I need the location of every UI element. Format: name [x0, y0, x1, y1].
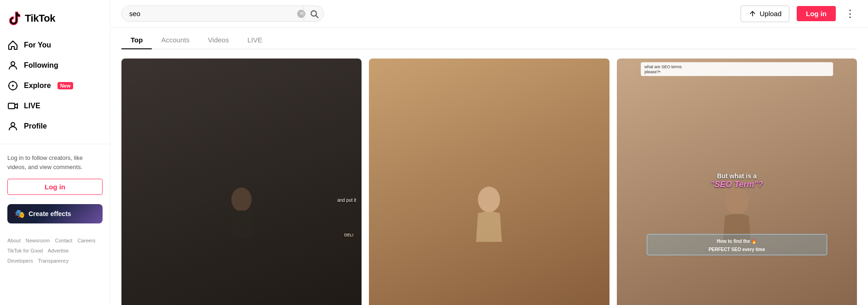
sidebar-item-profile[interactable]: Profile	[0, 116, 110, 136]
upload-label: Upload	[759, 10, 782, 18]
search-container: ✕	[121, 6, 324, 22]
video-thumbnail-3: what are SEO termsplease?• But what is a…	[617, 59, 857, 305]
footer-link-developers[interactable]: Developers	[7, 258, 33, 264]
tab-accounts[interactable]: Accounts	[152, 31, 199, 49]
video-thumbnail-1: and put it DELI 2022-10-8	[121, 59, 362, 305]
svg-line-6	[316, 15, 318, 18]
create-effects-label: Create effects	[29, 210, 71, 217]
effects-icon: 🎭	[15, 209, 25, 219]
footer-link-advertise[interactable]: Advertise	[48, 248, 69, 253]
footer-link-transparency[interactable]: Transparency	[38, 258, 69, 264]
sidebar-item-following[interactable]: Following	[0, 55, 110, 76]
svg-point-4	[11, 123, 15, 126]
svg-point-11	[478, 187, 500, 212]
person-silhouette-2	[471, 187, 507, 251]
svg-rect-3	[8, 103, 15, 109]
video-card-2[interactable]: - SEO - Advice for Beginners SEO Advice …	[369, 59, 609, 305]
svg-point-0	[11, 62, 15, 65]
search-input[interactable]	[121, 6, 324, 22]
search-results-content: Top Accounts Videos LIVE	[110, 28, 868, 305]
sidebar-divider	[0, 144, 110, 144]
home-icon	[7, 40, 18, 51]
profile-person-icon	[7, 121, 18, 132]
explore-new-badge: New	[57, 82, 74, 89]
what-is-seo-box: what are SEO termsplease?•	[641, 62, 833, 76]
sidebar-item-explore[interactable]: Explore New	[0, 76, 110, 96]
tab-live[interactable]: LIVE	[238, 31, 272, 49]
sidebar: TikTok For You Following Explore N	[0, 0, 110, 305]
upload-icon	[748, 10, 757, 18]
create-effects-button[interactable]: 🎭 Create effects	[7, 204, 103, 223]
but-what-is-overlay: But what is a "SEO Term"?	[629, 172, 845, 189]
live-icon	[7, 100, 18, 111]
search-button[interactable]	[304, 6, 324, 22]
svg-point-8	[231, 188, 252, 211]
login-prompt-text: Log in to follow creators, like videos, …	[0, 152, 110, 179]
footer-link-newsroom[interactable]: Newsroom	[26, 238, 50, 243]
footer-links: About Newsroom Contact Careers TikTok fo…	[0, 228, 110, 268]
person-circle-icon	[7, 60, 18, 71]
sidebar-item-for-you[interactable]: For You	[0, 35, 110, 55]
logo-area[interactable]: TikTok	[0, 7, 110, 35]
tiktok-logo-icon	[7, 11, 22, 26]
search-tabs: Top Accounts Videos LIVE	[121, 28, 857, 49]
compass-icon	[7, 80, 18, 91]
live-label: LIVE	[24, 102, 40, 110]
overlay-text-1b: DELI	[342, 232, 355, 238]
header-actions: Upload Log in ⋮	[741, 6, 857, 22]
header: ✕ Upload Log in ⋮	[110, 0, 868, 28]
explore-label: Explore	[24, 82, 51, 90]
sidebar-item-live[interactable]: LIVE	[0, 96, 110, 116]
header-login-button[interactable]: Log in	[797, 6, 836, 21]
footer-link-tiktok-for-good[interactable]: TikTok for Good	[7, 248, 43, 253]
more-icon: ⋮	[845, 8, 855, 19]
video-card-3[interactable]: what are SEO termsplease?• But what is a…	[617, 59, 857, 305]
search-icon	[310, 9, 319, 18]
sidebar-login-button[interactable]: Log in	[7, 179, 103, 195]
tab-top[interactable]: Top	[121, 31, 152, 49]
more-options-button[interactable]: ⋮	[843, 6, 857, 22]
main-content: ✕ Upload Log in ⋮	[110, 0, 868, 305]
svg-rect-9	[231, 211, 252, 238]
svg-point-13	[725, 188, 749, 215]
overlay-text-1a: and put it	[337, 198, 356, 203]
video-card-1[interactable]: and put it DELI 2022-10-8 Should you be …	[121, 59, 362, 305]
upload-button[interactable]: Upload	[741, 6, 789, 22]
svg-point-2	[12, 85, 14, 87]
person-silhouette-1	[223, 187, 260, 251]
footer-link-contact[interactable]: Contact	[55, 238, 72, 243]
video-thumbnail-2: - SEO - Advice for Beginners SEO Advice …	[369, 59, 609, 305]
tab-videos[interactable]: Videos	[199, 31, 238, 49]
following-label: Following	[24, 61, 58, 70]
footer-link-about[interactable]: About	[7, 238, 21, 243]
footer-link-careers[interactable]: Careers	[77, 238, 95, 243]
profile-label: Profile	[24, 122, 47, 130]
for-you-label: For You	[24, 41, 51, 49]
app-name: TikTok	[25, 12, 55, 24]
how-to-find-overlay: How to find the 🔥PERFECT SEO every time	[647, 234, 827, 255]
video-grid: and put it DELI 2022-10-8 Should you be …	[121, 59, 857, 305]
